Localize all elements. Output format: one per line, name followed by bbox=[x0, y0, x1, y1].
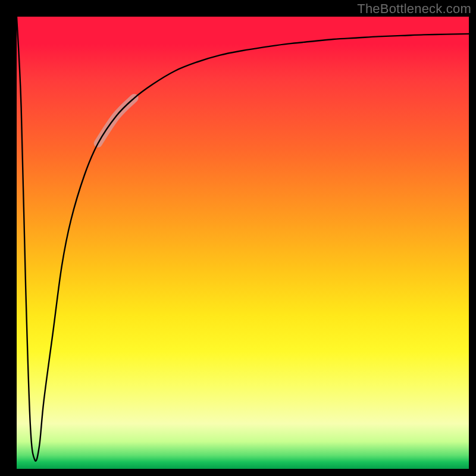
bottleneck-curve bbox=[17, 17, 469, 461]
curve-layer bbox=[17, 17, 469, 469]
chart-frame: TheBottleneck.com bbox=[0, 0, 476, 476]
curve-highlight-segment bbox=[98, 98, 134, 143]
plot-area bbox=[17, 17, 469, 469]
watermark-text: TheBottleneck.com bbox=[357, 1, 471, 17]
